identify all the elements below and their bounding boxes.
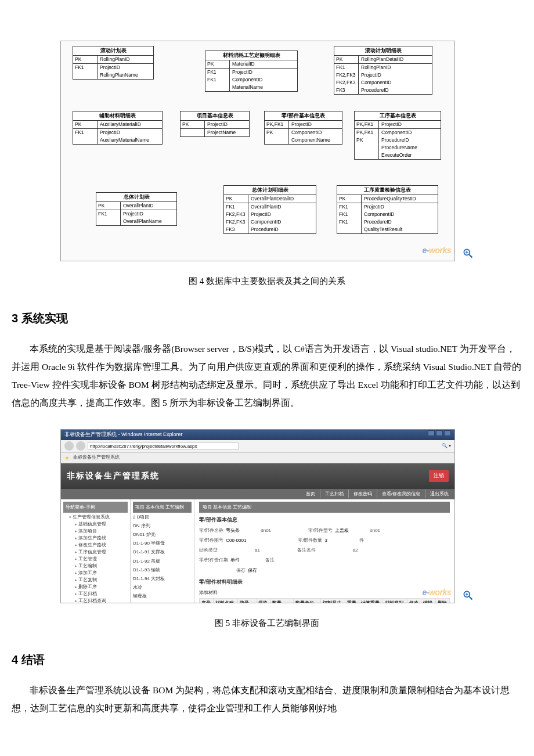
tree-item[interactable]: 工艺管理 [75, 556, 128, 563]
tree-item[interactable]: 添加工序 [75, 570, 128, 577]
add-material-link[interactable]: 添加材料 [199, 588, 450, 597]
tree-item[interactable]: D1-1-92 吊板 [133, 557, 192, 566]
erd-table-overall_plan: 总体计划表PKOverallPlanIDFK1ProjectIDOverallP… [96, 192, 177, 226]
tree-item[interactable]: 基础信息管理 [75, 521, 128, 528]
tree-item[interactable]: 水冷 [133, 583, 192, 592]
tree-item[interactable]: 修改生产路线 [75, 542, 128, 549]
screenshot: 非标设备生产管理系统 - Windows Internet Explorer 🔍… [61, 430, 454, 603]
section-4-heading: 4 结语 [12, 649, 522, 671]
tree-item[interactable]: D1-1-93 销轴 [133, 566, 192, 574]
tree-item[interactable]: 小盖板 [133, 601, 192, 603]
figure-5-image: 非标设备生产管理系统 - Windows Internet Explorer 🔍… [60, 429, 455, 603]
tree-item[interactable]: D1-1-94 大封板 [133, 574, 192, 583]
erd-table-overall_detail: 总体计划明细表PKOverallPlanDetailIDFK1OverallPl… [223, 185, 316, 234]
mid-tabbar: 项目 基本信息 工艺编制 [133, 502, 192, 513]
tree-title: 导航菜单-子树 [63, 502, 128, 513]
tree-item[interactable]: 工序信息管理 [75, 549, 128, 556]
figure-4-caption: 图 4 数据库中主要数据表及其之间的关系 [12, 273, 522, 290]
tree-item[interactable]: 工艺复制 [75, 577, 128, 584]
tree-item[interactable]: 工艺编制 [75, 563, 128, 570]
app-header: 非标设备生产管理系统 注销 [61, 463, 454, 489]
window-buttons[interactable] [427, 430, 451, 440]
tree-item[interactable]: 工艺归档 [75, 591, 128, 597]
subnav-item[interactable]: 查看/修改我的信息 [377, 489, 420, 498]
erd-table-quality: 工序质量检验信息表PKProcedureQualityTestIDFK1Proj… [337, 185, 438, 234]
tree-item[interactable]: DN 序列 [133, 521, 192, 530]
subnav-item[interactable]: 首页 [301, 489, 315, 498]
erd-table-material_quota: 材料消耗工艺定额明细表PKMaterialIDFK1ProjectIDFK1Co… [205, 51, 298, 92]
tree-item[interactable]: 添加项目 [75, 528, 128, 535]
watermark: e-works [423, 585, 451, 600]
erd-table-procedure: 工序基本信息表PK,FK1ProjectIDPK,FK1ComponentIDP… [354, 111, 441, 160]
content-tabbar[interactable]: 项目 基本信息 工艺编制 [199, 502, 450, 513]
favorite-icon[interactable]: ★ [64, 452, 70, 463]
left-nav-tree[interactable]: 导航菜单-子树 生产管理信息系统基础信息管理添加项目添加生产路线修改生产路线工序… [61, 499, 131, 603]
erd-table-component: 零/部件基本信息表PK,FK1ProjectIDPKComponentIDCom… [264, 111, 342, 145]
erd-table-aux_material: 辅助材料明细表PKAuxiliaryMaterialIDFK1ProjectID… [73, 111, 163, 145]
tree-item[interactable]: DN01 炉壳 [133, 530, 192, 539]
subnav-item[interactable]: 退出系统 [425, 489, 449, 498]
magnify-icon[interactable] [462, 589, 474, 601]
toolbar-right: 🔍 ▾ [442, 441, 451, 450]
section-3-heading: 3 系统实现 [12, 307, 522, 329]
tree-item[interactable]: D1-1-90 半螺母 [133, 539, 192, 548]
forward-icon[interactable] [76, 441, 85, 451]
form-basic: 零/部件名称弯头条dn01零/部件型号上盖板dn01零/部件图号C00-0001… [199, 526, 450, 575]
mid-tree[interactable]: 项目 基本信息 工艺编制 2 D项目DN 序列DN01 炉壳D1-1-90 半螺… [131, 499, 194, 603]
subnav-item[interactable]: 修改密码 [348, 489, 372, 498]
section-material: 零/部件材料明细表 [199, 577, 450, 587]
tree-item[interactable]: 螺母板 [133, 592, 192, 600]
erd-diagram: e-works 滚动计划表PKRollingPlanIDFK1ProjectID… [61, 41, 454, 261]
figure-4-container: e-works 滚动计划表PKRollingPlanIDFK1ProjectID… [12, 41, 522, 261]
sub-nav: 首页工艺归档修改密码查看/修改我的信息退出系统 [61, 489, 454, 499]
window-titlebar: 非标设备生产管理系统 - Windows Internet Explorer [61, 430, 454, 440]
address-bar[interactable] [88, 442, 239, 450]
back-icon[interactable] [64, 441, 74, 451]
subnav-item[interactable]: 工艺归档 [320, 489, 344, 498]
browser-tabs: ★ 非标设备生产管理系统 [61, 453, 454, 463]
logout-button[interactable]: 注销 [429, 470, 449, 482]
section-4-paragraph: 非标设备生产管理系统以设备 BOM 为架构，将总体支配和滚动支配相结合、进度限制… [12, 681, 522, 717]
figure-4-image: e-works 滚动计划表PKRollingPlanIDFK1ProjectID… [60, 41, 455, 261]
browser-toolbar: 🔍 ▾ [61, 440, 454, 453]
tree-item[interactable]: 工艺归档查询 [75, 597, 128, 603]
tree-item[interactable]: D1-1-91 支撑板 [133, 548, 192, 556]
section-basic-info: 零/部件基本信息 [199, 515, 450, 525]
erd-table-rolling_plan: 滚动计划表PKRollingPlanIDFK1ProjectIDRollingP… [73, 46, 154, 80]
section-3-paragraph: 本系统的实现是基于阅读器/服务器(Browser server，B/S)模式，以… [12, 340, 522, 412]
erd-table-rolling_detail: 滚动计划明细表PKRollingPlanDetailIDFK1RollingPl… [334, 46, 432, 95]
watermark: e-works [423, 243, 451, 258]
content-pane: 项目 基本信息 工艺编制 零/部件基本信息 零/部件名称弯头条dn01零/部件型… [194, 499, 454, 603]
figure-5-container: 非标设备生产管理系统 - Windows Internet Explorer 🔍… [12, 429, 522, 603]
window-title: 非标设备生产管理系统 - Windows Internet Explorer [64, 430, 183, 440]
tree-list: 生产管理信息系统基础信息管理添加项目添加生产路线修改生产路线工序信息管理工艺管理… [63, 514, 128, 603]
tree-item[interactable]: 添加生产路线 [75, 535, 128, 542]
app-logo: 非标设备生产管理系统 [67, 468, 160, 484]
app-body: 导航菜单-子树 生产管理信息系统基础信息管理添加项目添加生产路线修改生产路线工序… [61, 499, 454, 603]
magnify-icon[interactable] [462, 247, 474, 259]
erd-table-project: 项目基本信息表PKProjectIDProjectName [180, 111, 250, 137]
tree-item[interactable]: 删除工序 [75, 584, 128, 591]
material-grid: 序号材料名称牌号规格数量数量单位切割尺寸重量计算重量材料类别修改编辑删除1钢板Q… [199, 598, 450, 603]
svg-line-1 [470, 255, 472, 258]
tab-label[interactable]: 非标设备生产管理系统 [73, 453, 120, 462]
mid-tree-list: 2 D项目DN 序列DN01 炉壳D1-1-90 半螺母D1-1-91 支撑板D… [133, 513, 192, 603]
figure-5-caption: 图 5 非标设备工艺编制界面 [12, 615, 522, 632]
svg-line-5 [470, 596, 472, 599]
